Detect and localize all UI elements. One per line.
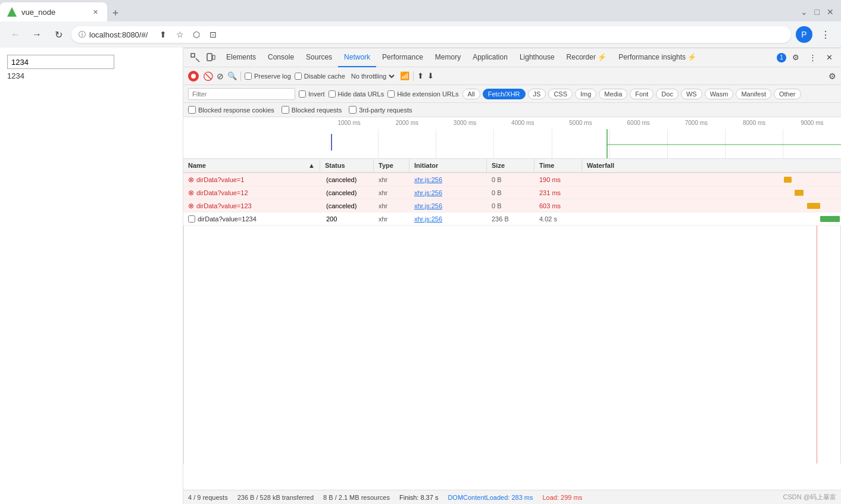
devtools-more-icon[interactable]: ⋮ <box>805 51 820 65</box>
network-settings-icon[interactable]: ⚙ <box>829 71 836 81</box>
watermark: CSDN @码上暴富 <box>783 493 836 502</box>
tab-performance-insights[interactable]: Performance insights ⚡ <box>612 48 702 67</box>
close-window-icon[interactable]: ✕ <box>824 5 836 19</box>
svg-point-4 <box>191 74 196 79</box>
td-size-1: 0 B <box>487 173 534 186</box>
chip-img[interactable]: Img <box>575 89 596 99</box>
hide-ext-urls-checkbox[interactable]: Hide extension URLs <box>387 90 458 98</box>
star-icon[interactable]: ☆ <box>173 27 187 42</box>
tab-application[interactable]: Application <box>467 48 514 67</box>
chip-doc[interactable]: Doc <box>656 89 679 99</box>
profile-button[interactable]: P <box>796 26 812 43</box>
devtools-panel: Elements Console Sources Network Perform… <box>183 48 841 504</box>
chip-media[interactable]: Media <box>599 89 627 99</box>
blocked-requests-label[interactable]: Blocked requests <box>282 106 342 114</box>
th-waterfall[interactable]: Waterfall <box>582 159 841 172</box>
record-button[interactable] <box>188 71 199 82</box>
throttle-select[interactable]: No throttling <box>349 72 396 80</box>
back-button[interactable]: ← <box>7 26 24 43</box>
hide-data-urls-checkbox[interactable]: Hide data URLs <box>329 90 384 98</box>
waterfall-bar-1 <box>784 177 792 183</box>
th-type[interactable]: Type <box>374 159 409 172</box>
blocked-response-cookies-label[interactable]: Blocked response cookies <box>188 106 274 114</box>
share-icon[interactable]: ⬆ <box>156 27 170 42</box>
forward-button[interactable]: → <box>29 26 45 43</box>
chip-wasm[interactable]: Wasm <box>705 89 734 99</box>
chip-manifest[interactable]: Manifest <box>736 89 771 99</box>
table-row[interactable]: ⊗ dirData?value=12 (canceled) xhr xhr.js… <box>183 186 841 199</box>
address-bar[interactable]: ⓘ localhost:8080/#/ ⬆ ☆ ⬡ ⊡ <box>71 26 791 43</box>
svg-rect-3 <box>212 55 215 60</box>
wifi-offline-icon[interactable]: 📶 <box>400 71 409 80</box>
td-initiator-2[interactable]: xhr.js:256 <box>409 186 487 199</box>
tl-label-2: 2000 ms <box>378 120 436 126</box>
tab-lighthouse[interactable]: Lighthouse <box>514 48 561 67</box>
refresh-button[interactable]: ↻ <box>50 26 67 43</box>
chip-font[interactable]: Font <box>630 89 654 99</box>
th-name[interactable]: Name ▲ <box>183 159 320 172</box>
export-har-button[interactable]: ⬇ <box>427 71 434 80</box>
toolbar-separator-1 <box>240 71 241 81</box>
tab-console[interactable]: Console <box>262 48 300 67</box>
th-initiator[interactable]: Initiator <box>409 159 487 172</box>
td-initiator-1[interactable]: xhr.js:256 <box>409 173 487 186</box>
browser-menu-button[interactable]: ⋮ <box>817 26 834 43</box>
search-button[interactable]: 🔍 <box>227 71 237 80</box>
filter-input[interactable] <box>188 88 295 100</box>
chip-js[interactable]: JS <box>528 89 546 99</box>
new-tab-button[interactable]: + <box>107 5 124 21</box>
page-text: 1234 <box>7 71 176 80</box>
preserve-log-checkbox[interactable]: Preserve log <box>245 73 291 80</box>
clear-button[interactable]: 🚫 <box>202 71 213 82</box>
browser-tab[interactable]: vue_node ✕ <box>0 2 107 21</box>
tab-network[interactable]: Network <box>338 48 376 67</box>
td-name-4: dirData?value=1234 <box>183 212 320 225</box>
inspect-element-icon[interactable] <box>188 51 202 65</box>
tab-close-button[interactable]: ✕ <box>90 7 100 17</box>
extensions-icon[interactable]: ⬡ <box>189 27 204 42</box>
tab-search-icon[interactable]: ⌄ <box>798 5 810 19</box>
devtools-close-icon[interactable]: ✕ <box>822 51 836 65</box>
th-time[interactable]: Time <box>534 159 582 172</box>
tab-recorder[interactable]: Recorder ⚡ <box>561 48 613 67</box>
th-status[interactable]: Status <box>320 159 374 172</box>
third-party-label[interactable]: 3rd-party requests <box>349 106 412 114</box>
th-size[interactable]: Size <box>487 159 534 172</box>
td-initiator-4[interactable]: xhr.js:256 <box>409 212 487 225</box>
invert-checkbox[interactable]: Invert <box>299 90 325 98</box>
table-row[interactable]: dirData?value=1234 200 xhr xhr.js:256 23… <box>183 212 841 226</box>
disable-cache-checkbox[interactable]: Disable cache <box>295 73 345 80</box>
td-status-3: (canceled) <box>320 199 374 212</box>
import-har-button[interactable]: ⬆ <box>417 71 424 80</box>
table-row[interactable]: ⊗ dirData?value=123 (canceled) xhr xhr.j… <box>183 199 841 212</box>
chip-all[interactable]: All <box>462 89 480 99</box>
device-toolbar-icon[interactable] <box>204 51 218 65</box>
table-row[interactable]: ⊗ dirData?value=1 (canceled) xhr xhr.js:… <box>183 173 841 186</box>
tab-performance[interactable]: Performance <box>376 48 429 67</box>
page-input[interactable] <box>7 55 114 69</box>
status-finish: Finish: 8.37 s <box>399 494 438 501</box>
page-content: 1234 <box>0 48 183 504</box>
tab-sources[interactable]: Sources <box>300 48 338 67</box>
tab-elements[interactable]: Elements <box>220 48 262 67</box>
devtools-settings-icon[interactable]: ⚙ <box>789 51 803 65</box>
tl-label-7: 7000 ms <box>667 120 725 126</box>
restore-icon[interactable]: □ <box>812 5 822 19</box>
devtools-tabs: Elements Console Sources Network Perform… <box>220 48 774 67</box>
url-text: localhost:8080/#/ <box>89 30 148 39</box>
chip-css[interactable]: CSS <box>548 89 573 99</box>
error-icon-1: ⊗ <box>188 176 194 184</box>
chip-fetch-xhr[interactable]: Fetch/XHR <box>483 89 526 99</box>
tab-memory[interactable]: Memory <box>429 48 467 67</box>
td-waterfall-4 <box>582 212 841 225</box>
toolbar-separator-2 <box>413 71 414 81</box>
chip-ws[interactable]: WS <box>681 89 702 99</box>
chip-other[interactable]: Other <box>774 89 801 99</box>
filter-button[interactable]: ⊘ <box>217 71 224 81</box>
profile-pic-icon[interactable]: ⊡ <box>206 27 220 42</box>
status-requests: 4 / 9 requests <box>188 494 228 501</box>
td-time-4: 4.02 s <box>534 212 582 225</box>
row4-checkbox[interactable] <box>188 215 195 223</box>
td-initiator-3[interactable]: xhr.js:256 <box>409 199 487 212</box>
waterfall-bar-3 <box>807 203 820 209</box>
